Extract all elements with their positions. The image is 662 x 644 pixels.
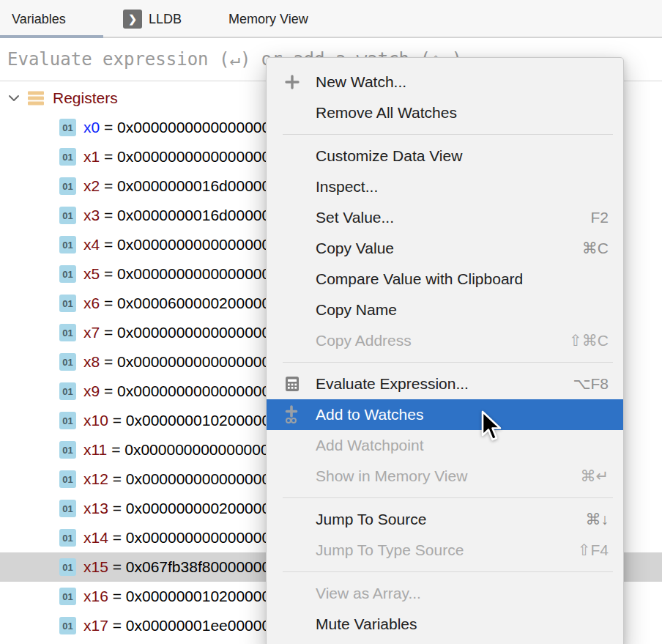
menu-item-copy-name[interactable]: Copy Name bbox=[267, 295, 623, 325]
numeric-value-icon: 01 bbox=[59, 265, 76, 283]
menu-item-label: Evaluate Expression... bbox=[316, 375, 555, 393]
menu-item-copy-address: Copy Address⇧⌘C bbox=[267, 325, 623, 356]
numeric-value-icon: 01 bbox=[59, 529, 76, 547]
register-value: = 0x0000000000000000 bbox=[100, 382, 270, 400]
register-value: = 0x0000000000000000 bbox=[100, 353, 270, 371]
register-value: = 0x067fb38f80000000 bbox=[108, 558, 270, 576]
register-value: = 0x0000000000000000 bbox=[108, 529, 279, 547]
menu-item-add-to-watches[interactable]: Add to Watches bbox=[267, 399, 623, 430]
add-watch-icon bbox=[284, 405, 309, 424]
menu-separator bbox=[283, 497, 613, 498]
register-value: = 0x0000000102000000 bbox=[108, 588, 279, 605]
register-value: = 0x00000001ee000000 bbox=[108, 617, 279, 634]
register-value: = 0x0000600000200000 bbox=[100, 295, 270, 312]
menu-item-label: Copy Address bbox=[316, 332, 551, 349]
register-value: = 0x0000000000000000 bbox=[100, 265, 270, 283]
menu-item-evaluate-expression[interactable]: Evaluate Expression...⌥F8 bbox=[267, 369, 623, 399]
menu-item-shortcut: ⌥F8 bbox=[573, 375, 609, 393]
menu-item-jump-to-type-source: Jump To Type Source⇧F4 bbox=[267, 535, 623, 566]
menu-item-label: Jump To Type Source bbox=[316, 541, 560, 559]
menu-item-copy-value[interactable]: Copy Value⌘C bbox=[267, 233, 623, 264]
menu-separator bbox=[283, 362, 613, 363]
menu-item-jump-to-source[interactable]: Jump To Source⌘↓ bbox=[267, 504, 623, 535]
menu-item-label: Copy Value bbox=[316, 240, 565, 257]
register-name: x14 bbox=[83, 529, 108, 547]
menu-item-add-watchpoint: Add Watchpoint bbox=[267, 430, 623, 461]
numeric-value-icon: 01 bbox=[59, 207, 76, 224]
menu-item-label: Customize Data View bbox=[316, 147, 591, 165]
menu-item-label: New Watch... bbox=[316, 73, 591, 91]
numeric-value-icon: 01 bbox=[59, 177, 76, 195]
register-value: = 0x0000000000000000 bbox=[100, 148, 270, 166]
numeric-value-icon: 01 bbox=[59, 148, 76, 166]
numeric-value-icon: 01 bbox=[59, 119, 76, 136]
active-tab-underline bbox=[0, 35, 103, 38]
menu-item-new-watch[interactable]: New Watch... bbox=[267, 67, 623, 97]
menu-item-customize-data-view[interactable]: Customize Data View bbox=[267, 141, 623, 171]
register-name: x3 bbox=[83, 207, 100, 224]
numeric-value-icon: 01 bbox=[59, 470, 76, 488]
menu-item-label: Jump To Source bbox=[316, 511, 568, 528]
menu-item-mute-variables[interactable]: Mute Variables bbox=[267, 609, 623, 640]
menu-item-show-in-memory-view: Show in Memory View⌘↵ bbox=[267, 461, 623, 492]
register-value: = 0x0000000002000000 bbox=[108, 500, 279, 517]
numeric-value-icon: 01 bbox=[59, 412, 76, 429]
register-value: = 0x0000000016d00000 bbox=[100, 177, 270, 195]
register-name: x10 bbox=[83, 412, 108, 429]
register-name: x12 bbox=[83, 470, 108, 488]
register-value: = 0x0000000000000000 bbox=[107, 441, 278, 459]
register-name: x13 bbox=[83, 500, 108, 517]
register-name: x7 bbox=[83, 324, 100, 341]
menu-item-set-value[interactable]: Set Value...F2 bbox=[267, 202, 623, 233]
debug-tab-bar: Variables ❯ LLDB Memory View bbox=[0, 0, 662, 38]
register-value: = 0x0000000000000000 bbox=[100, 236, 270, 253]
register-name: x16 bbox=[83, 588, 108, 605]
menu-item-label: Add Watchpoint bbox=[316, 437, 591, 454]
menu-item-label: Mute Variables bbox=[316, 615, 591, 633]
register-name: x17 bbox=[83, 617, 108, 634]
register-name: x0 bbox=[83, 119, 100, 136]
menu-item-shortcut: ⌘↵ bbox=[580, 467, 609, 485]
menu-item-label: Set Value... bbox=[316, 209, 573, 226]
menu-item-label: Compare Value with Clipboard bbox=[316, 270, 591, 288]
menu-item-label: Add to Watches bbox=[316, 406, 591, 423]
register-name: x4 bbox=[83, 236, 100, 253]
registers-group-icon bbox=[28, 91, 44, 106]
menu-item-compare-value-with-clipboard[interactable]: Compare Value with Clipboard bbox=[267, 264, 623, 295]
plus-icon bbox=[284, 74, 309, 90]
register-name: x8 bbox=[83, 353, 100, 371]
tab-variables[interactable]: Variables bbox=[0, 0, 103, 38]
menu-item-label: Inspect... bbox=[316, 178, 591, 196]
menu-item-shortcut: ⌘C bbox=[582, 240, 609, 257]
tab-variables-label: Variables bbox=[12, 12, 66, 27]
register-value: = 0x0000000000000000 bbox=[100, 119, 270, 136]
menu-item-remove-all-watches[interactable]: Remove All Watches bbox=[267, 97, 623, 128]
menu-item-shortcut: ⇧F4 bbox=[578, 541, 609, 559]
numeric-value-icon: 01 bbox=[59, 324, 76, 341]
menu-item-label: View as Array... bbox=[316, 585, 591, 602]
calculator-icon bbox=[284, 376, 309, 392]
registers-group-label: Registers bbox=[53, 89, 118, 107]
context-menu: New Watch...Remove All WatchesCustomize … bbox=[266, 57, 624, 644]
menu-item-shortcut: ⇧⌘C bbox=[569, 332, 609, 349]
menu-item-shortcut: F2 bbox=[590, 209, 609, 226]
tab-lldb[interactable]: ❯ LLDB bbox=[103, 0, 204, 38]
menu-item-view-as-array: View as Array... bbox=[267, 578, 623, 609]
menu-item-inspect[interactable]: Inspect... bbox=[267, 171, 623, 202]
numeric-value-icon: 01 bbox=[59, 353, 76, 371]
numeric-value-icon: 01 bbox=[59, 441, 76, 459]
register-name: x15 bbox=[83, 558, 108, 576]
register-name: x9 bbox=[83, 382, 100, 400]
menu-item-label: Copy Name bbox=[316, 301, 591, 319]
register-name: x1 bbox=[83, 148, 100, 166]
tab-memory-view[interactable]: Memory View bbox=[204, 0, 308, 38]
numeric-value-icon: 01 bbox=[59, 382, 76, 400]
chevron-down-icon[interactable] bbox=[7, 95, 21, 102]
numeric-value-icon: 01 bbox=[59, 588, 76, 605]
menu-separator bbox=[283, 134, 613, 135]
numeric-value-icon: 01 bbox=[59, 617, 76, 634]
menu-item-label: Show in Memory View bbox=[316, 467, 562, 485]
console-icon: ❯ bbox=[123, 10, 142, 29]
numeric-value-icon: 01 bbox=[59, 295, 76, 312]
mouse-cursor bbox=[480, 410, 504, 447]
